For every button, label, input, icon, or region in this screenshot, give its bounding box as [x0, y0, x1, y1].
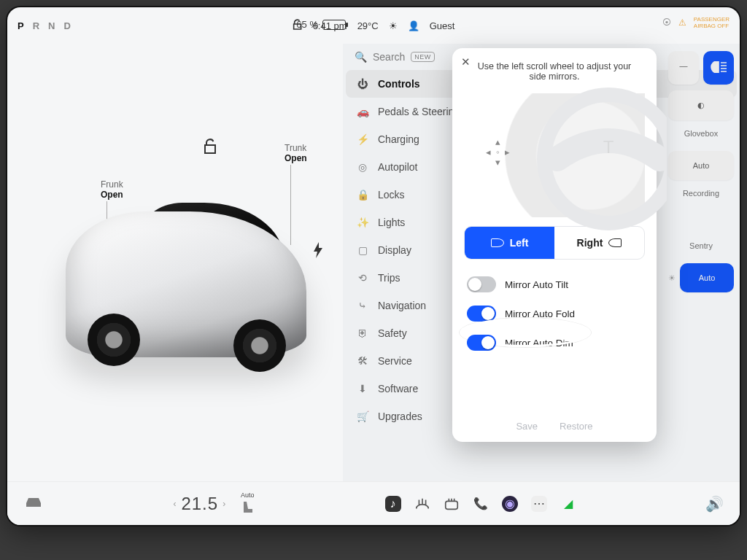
profile-icon[interactable]: 👤: [408, 20, 419, 31]
recording-label: Recording: [668, 186, 734, 205]
infotainment-screen: P R N D 65 % 6:41 pm 29°C ☀ 👤 Guest ⦿ ⚠ …: [7, 7, 740, 525]
seat-heater-left[interactable]: Auto: [239, 491, 255, 516]
camera-app-icon[interactable]: ◉: [502, 496, 518, 512]
gear-d: D: [63, 20, 73, 31]
close-icon[interactable]: ✕: [461, 55, 471, 69]
gear-n: N: [48, 20, 58, 31]
charge-port-icon[interactable]: [312, 242, 324, 261]
restore-button[interactable]: Restore: [560, 421, 593, 432]
frunk-label[interactable]: FrunkOpen: [101, 179, 123, 200]
defrost-front-icon[interactable]: [414, 496, 430, 512]
search-placeholder: Search: [373, 51, 405, 63]
cabin-temp-control[interactable]: ‹ 21.5 ›: [173, 494, 226, 514]
car-icon: 🚗: [356, 106, 369, 117]
lock-icon: 🔒: [356, 189, 369, 201]
airbag-warning: PASSENGERAIRBAG OFF: [694, 16, 729, 29]
sentry-icon[interactable]: ⦿: [662, 18, 671, 28]
scroll-wheel-arrows: ▴ ◂ ◦ ▸ ▾: [486, 137, 510, 168]
trips-icon: ⟲: [356, 272, 369, 284]
phone-app-icon[interactable]: 📞: [473, 496, 489, 512]
sun-icon: ☀: [389, 20, 398, 31]
lights-auto-button[interactable]: Auto: [668, 151, 734, 180]
svg-rect-3: [445, 501, 457, 509]
bottom-dock: ‹ 21.5 › Auto ♪ 📞 ◉ ⋯ ◢ 🔊: [7, 481, 740, 525]
nav-icon: ⤷: [356, 300, 369, 311]
shield-icon: ⛨: [356, 327, 369, 339]
glovebox-label: Glovebox: [668, 126, 734, 145]
svg-text:T: T: [603, 137, 614, 157]
energy-app-icon[interactable]: ◢: [560, 496, 576, 512]
mirror-auto-tilt-label: Mirror Auto Tilt: [505, 279, 568, 290]
new-badge: NEW: [411, 52, 435, 62]
cart-icon: 🛒: [356, 411, 369, 422]
display-icon: ▢: [356, 244, 369, 256]
status-center: 6:41 pm 29°C ☀ 👤 Guest: [293, 19, 455, 33]
chevron-right-icon[interactable]: ›: [222, 499, 226, 509]
brightness-icon: ☀: [668, 273, 676, 283]
gear-p: P: [18, 20, 27, 31]
save-button[interactable]: Save: [516, 421, 538, 432]
brightness-auto-button[interactable]: Auto: [680, 263, 734, 292]
steering-wheel-illustration: ▴ ◂ ◦ ▸ ▾ T: [464, 93, 645, 217]
light-icon: ✨: [356, 217, 369, 228]
trunk-label[interactable]: TrunkOpen: [285, 143, 307, 163]
sentry-label: Sentry: [668, 238, 734, 257]
wifi-icon[interactable]: ⚠: [678, 18, 686, 28]
clock: 6:41 pm: [313, 20, 347, 31]
music-app-icon[interactable]: ♪: [385, 496, 401, 512]
quick-controls-column: — ◐ Glovebox Auto Recording Sentry ☀ Aut…: [668, 51, 734, 292]
more-apps-icon[interactable]: ⋯: [531, 496, 547, 512]
headlight-button[interactable]: [703, 51, 734, 85]
mirror-auto-tilt-row: Mirror Auto Tilt: [464, 270, 645, 299]
mirror-adjust-popup: ✕ Use the left scroll wheel to adjust yo…: [452, 48, 657, 442]
status-bar: P R N D 65 % 6:41 pm 29°C ☀ 👤 Guest ⦿ ⚠ …: [7, 7, 740, 44]
profile-name[interactable]: Guest: [430, 20, 455, 31]
mirror-left-icon: [491, 238, 504, 247]
toggle-icon: ⏻: [356, 78, 369, 90]
vehicle-status-pane: FrunkOpen TrunkOpen: [7, 44, 343, 481]
gear-indicator: P R N D: [18, 20, 74, 31]
search-icon: 🔍: [355, 51, 367, 63]
mirror-auto-tilt-toggle[interactable]: [467, 276, 496, 292]
unlock-icon[interactable]: [203, 139, 217, 158]
wheel-icon: ◎: [356, 161, 369, 173]
mirror-right-icon: [608, 238, 622, 247]
outside-temp: 29°C: [357, 20, 379, 31]
chevron-left-icon[interactable]: ‹: [173, 499, 177, 509]
download-icon: ⬇: [356, 383, 369, 394]
wiper-button[interactable]: —: [668, 51, 699, 85]
lock-status-icon[interactable]: [293, 19, 303, 33]
volume-icon[interactable]: 🔊: [705, 495, 724, 513]
wrench-icon: 🛠: [356, 355, 369, 367]
mirror-auto-dim-toggle[interactable]: [467, 335, 496, 351]
popup-hint: Use the left scroll wheel to adjust your…: [464, 58, 645, 89]
car-app-icon[interactable]: [23, 495, 44, 512]
fold-mirrors-button[interactable]: ◐: [668, 90, 734, 120]
bolt-icon: ⚡: [356, 133, 369, 145]
gear-r: R: [33, 20, 42, 31]
defrost-rear-icon[interactable]: [444, 496, 460, 512]
